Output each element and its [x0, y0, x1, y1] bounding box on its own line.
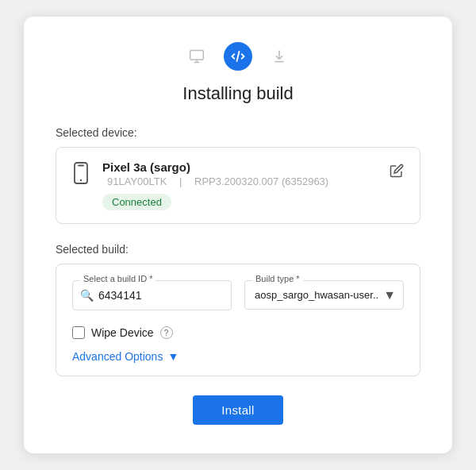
svg-point-2 [80, 179, 82, 181]
stepper [56, 42, 420, 71]
device-card: Pixel 3a (sargo) 91LAY00LTK | RPP3.20032… [56, 147, 420, 224]
monitor-icon [182, 42, 211, 71]
device-info: Pixel 3a (sargo) 91LAY00LTK | RPP3.20032… [102, 160, 377, 210]
edit-button[interactable] [390, 164, 404, 181]
advanced-options-label: Advanced Options [72, 350, 163, 363]
connected-badge: Connected [102, 194, 171, 210]
wipe-device-checkbox[interactable] [72, 326, 85, 339]
install-button[interactable]: Install [193, 395, 282, 425]
page-title: Installing build [56, 83, 420, 104]
advanced-options-toggle[interactable]: Advanced Options ▼ [72, 350, 404, 363]
device-serial: 91LAY00LTK | RPP3.200320.007 (6352963) [102, 175, 377, 187]
build-id-label: Select a build ID * [80, 274, 155, 283]
build-id-input[interactable] [72, 280, 232, 310]
build-id-field: Select a build ID * 🔍 [72, 280, 232, 310]
svg-rect-0 [190, 51, 204, 60]
transfer-icon [224, 42, 252, 71]
build-card: Select a build ID * 🔍 Build type * aosp_… [56, 264, 420, 376]
download-icon [265, 42, 294, 71]
build-section-label: Selected build: [56, 243, 420, 256]
device-section-label: Selected device: [56, 126, 420, 139]
install-btn-container: Install [56, 395, 420, 425]
build-type-select[interactable]: aosp_sargo_hwasan-user... [244, 280, 404, 310]
phone-icon [72, 162, 90, 187]
build-fields: Select a build ID * 🔍 Build type * aosp_… [72, 280, 404, 310]
build-type-field: Build type * aosp_sargo_hwasan-user... ▼ [244, 280, 404, 310]
wipe-device-label: Wipe Device [91, 326, 154, 339]
search-icon: 🔍 [80, 289, 94, 302]
wipe-device-row: Wipe Device ? [72, 326, 404, 339]
device-name: Pixel 3a (sargo) [102, 160, 377, 174]
build-type-label: Build type * [252, 274, 303, 283]
chevron-down-icon: ▼ [167, 350, 178, 363]
help-icon[interactable]: ? [160, 326, 173, 339]
installing-build-dialog: Installing build Selected device: Pixel … [24, 17, 452, 453]
